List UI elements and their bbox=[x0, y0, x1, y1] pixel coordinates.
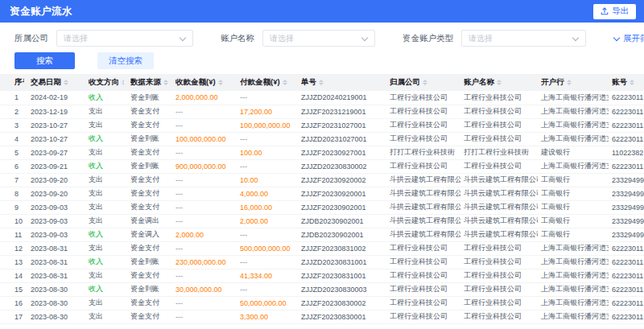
sort-icon[interactable] bbox=[218, 80, 223, 85]
cell-bank: 工商银行 bbox=[538, 214, 609, 228]
sort-icon[interactable] bbox=[567, 80, 572, 85]
table-row: 132023-08-31收入资金到账230,000,000.00---ZJJZD… bbox=[0, 255, 644, 269]
cell-no: 2 bbox=[0, 105, 27, 118]
cell-date: 2023-08-31 bbox=[27, 241, 85, 255]
cell-date: 2023-08-30 bbox=[27, 310, 85, 323]
column-header-order[interactable]: 单号 bbox=[298, 74, 386, 91]
cell-acct_no: 62223011… bbox=[609, 296, 644, 310]
cell-bank: 工商银行 bbox=[538, 228, 609, 241]
cell-acct_no: 62223011… bbox=[609, 255, 644, 269]
cell-source: 资金支付 bbox=[127, 105, 172, 118]
cell-dir: 支出 bbox=[85, 105, 127, 118]
cell-date: 2023-09-03 bbox=[27, 200, 85, 214]
cell-receive: 900,000,000.00 bbox=[172, 159, 237, 173]
cell-bank: 上海工商银行潘河道支行 bbox=[538, 105, 609, 118]
cell-account: 工程行业科技公司 bbox=[460, 118, 538, 132]
cell-order: ZJJZF20230920002 bbox=[298, 173, 386, 187]
table-row: 62023-09-21收入资金到账900,000,000.00---ZJJZD2… bbox=[0, 159, 644, 173]
cell-acct_no: 62223011… bbox=[609, 310, 644, 323]
column-label: 数据来源 bbox=[130, 77, 161, 88]
sort-icon[interactable] bbox=[423, 80, 427, 85]
cell-order: ZJJZD20230831001 bbox=[298, 255, 386, 269]
column-header-bank[interactable]: 开户行 bbox=[538, 74, 609, 91]
cell-pay: 16,000.00 bbox=[237, 200, 298, 214]
sort-icon[interactable] bbox=[319, 80, 324, 85]
cell-pay: --- bbox=[237, 255, 298, 269]
cell-date: 2023-08-30 bbox=[27, 296, 85, 310]
sort-icon[interactable] bbox=[283, 80, 287, 85]
cell-date: 2023-08-30 bbox=[27, 282, 85, 296]
column-header-company[interactable]: 归属公司 bbox=[386, 74, 460, 91]
cell-bank: 上海工商银行潘河道支行 bbox=[538, 118, 609, 132]
sort-icon[interactable] bbox=[122, 80, 124, 85]
cell-company: 工程行业科技公司 bbox=[386, 159, 460, 173]
cell-receive: 100,000,000.00 bbox=[172, 132, 237, 146]
column-label: 单号 bbox=[301, 77, 316, 88]
company-select[interactable]: 请选择 bbox=[56, 30, 193, 47]
chevron-down-icon bbox=[361, 35, 368, 42]
table-row: 22023-12-19支出资金支付---17,200.00ZJJZF202312… bbox=[0, 105, 644, 118]
filter-account-type-label: 资金账户类型 bbox=[402, 33, 453, 44]
cell-source: 资金到账 bbox=[127, 282, 172, 296]
cell-order: ZJJZF20230831001 bbox=[298, 269, 386, 282]
cell-account: 工程行业科技公司 bbox=[460, 269, 538, 282]
column-header-date[interactable]: 交易日期 bbox=[27, 74, 85, 91]
column-header-acct_no[interactable]: 账号 bbox=[609, 74, 644, 91]
cell-pay: --- bbox=[237, 132, 298, 146]
column-header-source[interactable]: 数据来源 bbox=[127, 74, 172, 91]
export-button[interactable]: 导出 bbox=[593, 4, 636, 19]
sort-icon[interactable] bbox=[630, 80, 634, 85]
column-header-receive[interactable]: 收款金额(¥) bbox=[172, 74, 237, 91]
cell-account: 工程行业科技公司 bbox=[460, 105, 538, 118]
column-header-account[interactable]: 账户名称 bbox=[460, 74, 538, 91]
page-header: 资金账户流水 导出 bbox=[0, 0, 644, 23]
table-row: 12024-02-19收入资金到账2,000,000.00---ZJJZD202… bbox=[0, 91, 644, 105]
cell-receive: --- bbox=[172, 146, 237, 159]
account-name-placeholder: 请选择 bbox=[270, 33, 294, 44]
sort-icon[interactable] bbox=[163, 80, 168, 85]
account-name-select[interactable]: 请选择 bbox=[262, 30, 375, 47]
table-row: 52023-09-27支出资金支付---100.00ZJJZF202309270… bbox=[0, 146, 644, 159]
filter-bar: 所属公司 请选择 账户名称 请选择 资金账户类型 请选择 展开筛选 bbox=[0, 23, 644, 47]
cell-order: ZJJZF20230830001 bbox=[298, 310, 386, 323]
cell-company: 工程行业科技公司 bbox=[386, 105, 460, 118]
expand-filters-link[interactable]: 展开筛选 bbox=[613, 33, 644, 44]
column-header-no: 序号 bbox=[0, 74, 27, 91]
account-type-select[interactable]: 请选择 bbox=[461, 30, 586, 47]
cell-dir: 支出 bbox=[85, 296, 127, 310]
cell-company: 工程行业科技公司 bbox=[386, 91, 460, 105]
table-row: 102023-09-03支出资金调出---2,000.00ZJDB2023090… bbox=[0, 214, 644, 228]
cell-source: 资金到账 bbox=[127, 255, 172, 269]
clear-search-button[interactable]: 清空搜索 bbox=[97, 52, 154, 69]
cell-company: 工程行业科技公司 bbox=[386, 269, 460, 282]
column-header-pay[interactable]: 付款金额(¥) bbox=[237, 74, 298, 91]
cell-source: 资金支付 bbox=[127, 241, 172, 255]
cell-receive: --- bbox=[172, 310, 237, 323]
cell-date: 2023-09-27 bbox=[27, 146, 85, 159]
cell-dir: 收入 bbox=[85, 159, 127, 173]
cell-pay: 10.00 bbox=[237, 173, 298, 187]
column-label: 账户名称 bbox=[464, 77, 494, 88]
cell-company: 工程行业科技公司 bbox=[386, 296, 460, 310]
cell-company: 斗拱云建筑工程有限公司 bbox=[386, 228, 460, 241]
column-label: 付款金额(¥) bbox=[240, 77, 280, 88]
sort-icon[interactable] bbox=[64, 80, 68, 85]
cell-company: 工程行业科技公司 bbox=[386, 241, 460, 255]
chevron-down-icon bbox=[613, 35, 620, 42]
column-label: 账号 bbox=[612, 77, 627, 88]
filter-account-name: 账户名称 请选择 bbox=[221, 30, 375, 47]
cell-company: 斗拱云建筑工程有限公司 bbox=[386, 173, 460, 187]
column-header-dir[interactable]: 收支方向 bbox=[85, 74, 127, 91]
cell-order: ZJJZF20231027001 bbox=[298, 118, 386, 132]
filter-company-label: 所属公司 bbox=[14, 33, 48, 44]
cell-company: 打打工程行业科技街 bbox=[386, 146, 460, 159]
cell-account: 打打工程行业科技街 bbox=[460, 146, 538, 159]
chevron-down-icon bbox=[572, 35, 579, 42]
cell-acct_no: 62223011… bbox=[609, 159, 644, 173]
cell-pay: 500,000,000.00 bbox=[237, 241, 298, 255]
sort-icon[interactable] bbox=[497, 80, 502, 85]
cell-source: 资金调入 bbox=[127, 228, 172, 241]
cell-dir: 支出 bbox=[85, 118, 127, 132]
search-button[interactable]: 搜索 bbox=[14, 52, 75, 69]
cell-company: 工程行业科技公司 bbox=[386, 282, 460, 296]
